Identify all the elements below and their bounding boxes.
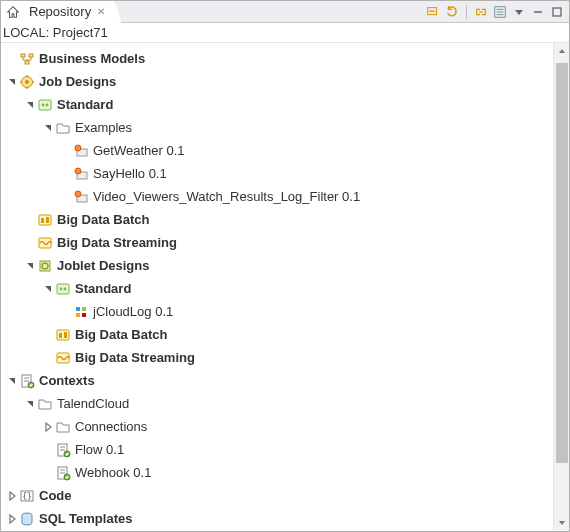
tree-label: Big Data Streaming [75, 350, 195, 365]
svg-rect-8 [21, 54, 25, 57]
svg-rect-36 [82, 307, 86, 311]
tab-bar: Repository ✕ [1, 1, 569, 23]
node-flow[interactable]: Flow 0.1 [1, 438, 553, 461]
svg-point-23 [75, 168, 81, 174]
expand-toggle-none [23, 213, 37, 227]
node-joblet-bdb[interactable]: Big Data Batch [1, 323, 553, 346]
node-joblet-bds[interactable]: Big Data Streaming [1, 346, 553, 369]
expand-toggle-closed[interactable] [5, 489, 19, 503]
ctxitem-icon [55, 442, 71, 458]
maximize-icon[interactable] [549, 4, 565, 20]
node-video-filter[interactable]: Video_Viewers_Watch_Results_Log_Filter 0… [1, 185, 553, 208]
node-bdb[interactable]: Big Data Batch [1, 208, 553, 231]
node-bds[interactable]: Big Data Streaming [1, 231, 553, 254]
tree-label: Examples [75, 120, 132, 135]
svg-rect-7 [553, 8, 561, 16]
folder-icon [55, 419, 71, 435]
close-icon[interactable]: ✕ [95, 6, 107, 18]
expand-toggle-open[interactable] [5, 374, 19, 388]
svg-rect-39 [57, 330, 69, 340]
node-sql-templates[interactable]: SQL Templates [1, 507, 553, 530]
node-jcloudlog[interactable]: jCloudLog 0.1 [1, 300, 553, 323]
expand-toggle-open[interactable] [23, 397, 37, 411]
link-icon[interactable] [473, 4, 489, 20]
node-talendcloud[interactable]: TalendCloud [1, 392, 553, 415]
jobitem-icon [73, 189, 89, 205]
svg-rect-28 [46, 217, 49, 223]
jobitem-icon [73, 143, 89, 159]
project-label: LOCAL: Project71 [1, 23, 569, 43]
tree-label: Video_Viewers_Watch_Results_Log_Filter 0… [93, 189, 360, 204]
scroll-thumb[interactable] [556, 63, 568, 463]
svg-point-12 [25, 80, 29, 84]
node-business-models[interactable]: Business Models [1, 47, 553, 70]
node-job-designs[interactable]: Job Designs [1, 70, 553, 93]
tree-label: Flow 0.1 [75, 442, 124, 457]
expand-toggle-none [59, 190, 73, 204]
refresh-icon[interactable] [444, 4, 460, 20]
tree-label: Job Designs [39, 74, 116, 89]
svg-rect-9 [29, 54, 33, 57]
expand-toggle-open[interactable] [41, 121, 55, 135]
node-joblet-designs[interactable]: Joblet Designs [1, 254, 553, 277]
tree-label: Big Data Batch [75, 327, 167, 342]
node-sayhello[interactable]: SayHello 0.1 [1, 162, 553, 185]
expand-toggle-open[interactable] [23, 98, 37, 112]
svg-rect-26 [39, 215, 51, 225]
node-joblet-standard[interactable]: Standard [1, 277, 553, 300]
folder-icon [37, 396, 53, 412]
tree-label: Webhook 0.1 [75, 465, 151, 480]
svg-rect-37 [76, 313, 80, 317]
node-getweather[interactable]: GetWeather 0.1 [1, 139, 553, 162]
tab-repository[interactable]: Repository ✕ [1, 1, 116, 23]
node-connections[interactable]: Connections [1, 415, 553, 438]
tree-label: SQL Templates [39, 511, 132, 526]
expand-toggle-none [59, 144, 73, 158]
svg-point-18 [42, 103, 45, 106]
tree-label: GetWeather 0.1 [93, 143, 185, 158]
toolbar-separator [466, 5, 467, 19]
expand-toggle-none [41, 443, 55, 457]
tree-label: Big Data Batch [57, 212, 149, 227]
svg-rect-41 [64, 332, 67, 338]
node-code[interactable]: {}Code [1, 484, 553, 507]
node-job-standard[interactable]: Standard [1, 93, 553, 116]
svg-rect-17 [39, 100, 51, 110]
expand-toggle-open[interactable] [23, 259, 37, 273]
scroll-up-icon[interactable] [554, 43, 569, 59]
node-contexts[interactable]: Contexts [1, 369, 553, 392]
collapse-all-icon[interactable] [425, 4, 441, 20]
ctxitem-icon [55, 465, 71, 481]
expand-toggle-open[interactable] [41, 282, 55, 296]
home-icon [5, 4, 21, 20]
tree-label: jCloudLog 0.1 [93, 304, 173, 319]
joblet-icon [37, 258, 53, 274]
svg-rect-32 [57, 284, 69, 294]
tab-title: Repository [29, 4, 91, 19]
tree-label: Joblet Designs [57, 258, 149, 273]
std-icon [37, 97, 53, 113]
scroll-down-icon[interactable] [554, 515, 569, 531]
view-menu-icon[interactable] [511, 4, 527, 20]
tree-label: Connections [75, 419, 147, 434]
filter-icon[interactable] [492, 4, 508, 20]
view-toolbar [425, 1, 565, 23]
scrollbar[interactable] [553, 43, 569, 531]
expand-toggle-none [41, 466, 55, 480]
svg-point-19 [46, 103, 49, 106]
jobletitem-icon [73, 304, 89, 320]
node-webhook[interactable]: Webhook 0.1 [1, 461, 553, 484]
expand-toggle-closed[interactable] [41, 420, 55, 434]
node-examples[interactable]: Examples [1, 116, 553, 139]
tree-label: Standard [57, 97, 113, 112]
expand-toggle-open[interactable] [5, 75, 19, 89]
expand-toggle-closed[interactable] [5, 512, 19, 526]
minimize-icon[interactable] [530, 4, 546, 20]
repository-tree[interactable]: Business ModelsJob DesignsStandardExampl… [1, 43, 553, 531]
svg-rect-40 [59, 333, 62, 338]
expand-toggle-none [41, 351, 55, 365]
svg-rect-10 [25, 61, 29, 64]
code-icon: {} [19, 488, 35, 504]
bm-icon [19, 51, 35, 67]
bds-icon [37, 235, 53, 251]
